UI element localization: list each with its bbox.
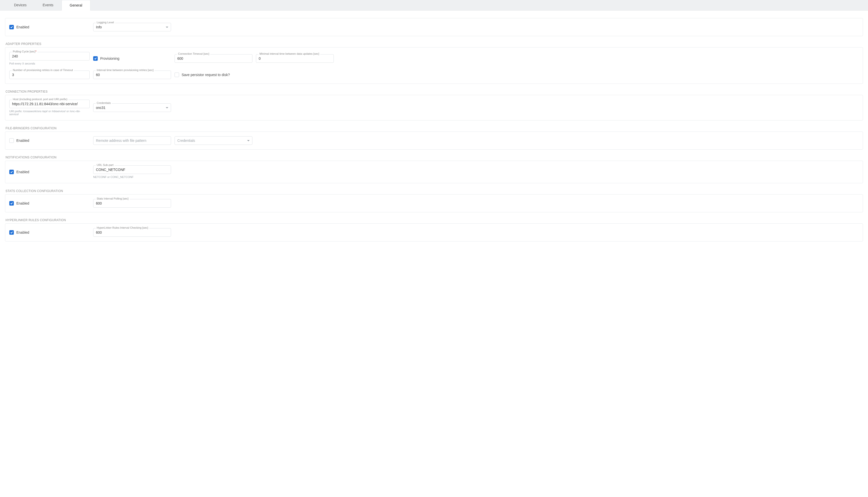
url-subpart-label: URL Sub-part (96, 164, 114, 167)
section-adapter-title: ADAPTER PROPERTIES (5, 42, 863, 46)
min-interval-label: Minimal interval time between data updat… (258, 53, 320, 55)
stats-interval-input[interactable] (93, 199, 171, 208)
interval-retries-input[interactable] (93, 71, 171, 79)
filebringers-enabled-checkbox[interactable] (9, 138, 14, 143)
chevron-down-icon (166, 27, 168, 28)
section-stats-title: STATS COLLECTION CONFIGURATION (5, 189, 863, 193)
tab-events[interactable]: Events (35, 0, 61, 10)
stats-enabled-checkbox[interactable] (9, 201, 14, 205)
hyperlinker-interval-input[interactable] (93, 228, 171, 237)
interval-retries-label: Interval time between provisioning retri… (96, 69, 154, 72)
general-top-card: Enabled Logging Level Info (5, 18, 863, 36)
provisioning-checkbox[interactable] (93, 56, 98, 61)
hyperlinker-interval-label: HyperLinker Rules Interval Checking [sec… (96, 226, 149, 229)
save-persistor-label: Save persistor request to disk? (182, 73, 230, 77)
check-icon (10, 202, 13, 205)
remote-address-input[interactable] (93, 136, 171, 145)
credentials-select[interactable]: onc31 (93, 103, 171, 112)
stats-enabled-label: Enabled (16, 201, 29, 205)
check-icon (10, 170, 13, 173)
retries-input[interactable] (9, 71, 90, 79)
check-icon (10, 26, 13, 29)
url-subpart-helper: NETCONF or CONC_NETCONF (93, 175, 171, 179)
url-subpart-input[interactable] (93, 166, 171, 174)
retries-label: Number of provisioning retries in case o… (12, 69, 74, 72)
save-persistor-checkbox[interactable] (174, 73, 179, 77)
enabled-checkbox[interactable] (9, 25, 14, 29)
connection-timeout-label: Connection Timeout [sec] (177, 53, 210, 55)
tab-general[interactable]: General (61, 0, 91, 11)
section-connection-title: CONNECTION PROPERTIES (5, 90, 863, 94)
check-icon (10, 231, 13, 234)
polling-cycle-input[interactable] (9, 52, 90, 60)
filebringers-enabled-label: Enabled (16, 139, 29, 143)
logging-level-value: Info (96, 25, 102, 29)
section-hyperlinker-title: HYPERLINKER RULES CONFIGURATION (5, 218, 863, 222)
stats-interval-label: Stats Interval Polling [sec] (96, 197, 130, 200)
connection-card: Host (including protocol, port and URI p… (5, 95, 863, 120)
filebringers-credentials-placeholder: Credentials (177, 139, 195, 143)
host-input[interactable] (9, 100, 90, 108)
adapter-card: Polling Cycle [sec]* Poll every X second… (5, 47, 863, 84)
connection-timeout-input[interactable] (174, 54, 252, 63)
logging-level-label: Logging Level (96, 21, 115, 24)
section-notifications-title: NOTIFICATIONS CONFIGURATION (5, 156, 863, 159)
tab-bar: Devices Events General (0, 0, 868, 11)
hyperlinker-card: Enabled HyperLinker Rules Interval Check… (5, 223, 863, 241)
enabled-label: Enabled (16, 25, 29, 29)
logging-level-select[interactable]: Info (93, 23, 171, 31)
credentials-label: Credentials (96, 102, 112, 104)
credentials-value: onc31 (96, 106, 106, 110)
host-helper: URI prefix: /crosswork/onc-tapi/ or /nbi… (9, 110, 90, 116)
check-icon (94, 57, 97, 60)
tab-devices[interactable]: Devices (6, 0, 35, 10)
stats-card: Enabled Stats Interval Polling [sec] (5, 194, 863, 212)
notifications-card: Enabled URL Sub-part NETCONF or CONC_NET… (5, 161, 863, 183)
min-interval-input[interactable] (256, 54, 334, 63)
filebringers-credentials-select[interactable]: Credentials (174, 136, 252, 145)
polling-cycle-helper: Poll every X seconds (9, 62, 90, 65)
notifications-enabled-checkbox[interactable] (9, 170, 14, 174)
provisioning-label: Provisioning (100, 56, 119, 60)
polling-cycle-label: Polling Cycle [sec]* (12, 50, 38, 53)
section-filebringers-title: FILE-BRINGERS CONFIGURATION (5, 127, 863, 130)
hyperlinker-enabled-label: Enabled (16, 230, 29, 235)
hyperlinker-enabled-checkbox[interactable] (9, 230, 14, 235)
host-label: Host (including protocol, port and URI p… (12, 98, 68, 101)
chevron-down-icon (166, 107, 168, 109)
filebringers-card: Enabled Credentials (5, 131, 863, 150)
notifications-enabled-label: Enabled (16, 170, 29, 174)
chevron-down-icon (247, 140, 250, 141)
